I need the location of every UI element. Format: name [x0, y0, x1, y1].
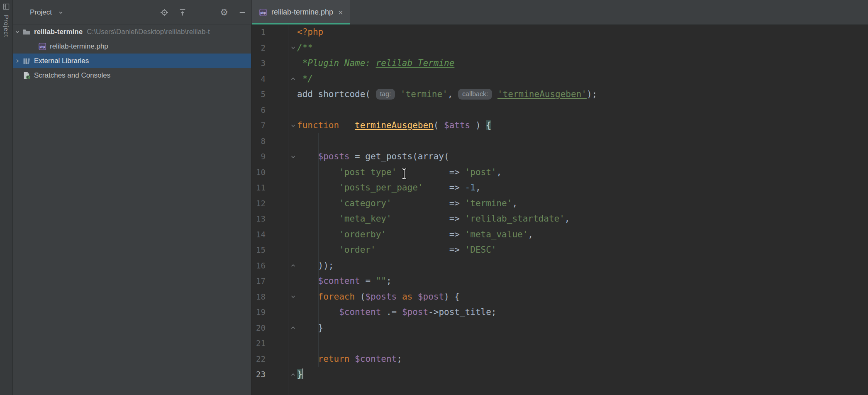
tree-item-label: relilab-termine: [34, 28, 83, 36]
code-line-13[interactable]: 'meta_key' => 'relilab_startdate',: [297, 211, 868, 227]
chevron-down-icon[interactable]: [13, 28, 22, 36]
code-segment: "": [376, 276, 386, 286]
tree-row-relilab-termine-php[interactable]: phprelilab-termine.php: [12, 39, 251, 54]
fold-marker-icon[interactable]: [290, 45, 296, 51]
code-line-19[interactable]: $content .= $post->post_title;: [297, 305, 868, 320]
code-segment: }: [297, 323, 323, 333]
code-segment: -1: [465, 183, 475, 193]
code-segment: <?php: [297, 27, 323, 37]
code-segment: function: [297, 120, 339, 130]
code-line-3[interactable]: *Plugin Name: relilab Termine: [297, 56, 868, 71]
code-segment: ;: [397, 354, 402, 364]
code-line-20[interactable]: }: [297, 320, 868, 336]
code-segment: termineAusgeben: [355, 120, 434, 130]
fold-marker-icon[interactable]: [290, 154, 296, 160]
fold-marker-icon[interactable]: [290, 263, 296, 269]
hide-panel-icon[interactable]: [238, 8, 247, 17]
code-segment: =>: [392, 214, 465, 224]
gutter-row-17: 17: [251, 273, 297, 289]
code-line-8[interactable]: [297, 134, 868, 149]
settings-gear-icon[interactable]: ⚙: [219, 8, 229, 17]
fold-marker-icon[interactable]: [290, 122, 296, 129]
code-segment: $post: [418, 292, 444, 302]
gutter-row-6: 6: [251, 102, 297, 118]
code-line-16[interactable]: ));: [297, 258, 868, 274]
code-line-9[interactable]: $posts = get_posts(array(: [297, 149, 868, 165]
svg-text:php: php: [260, 11, 266, 15]
code-line-6[interactable]: [297, 102, 868, 118]
code-segment: ->post_title;: [428, 307, 496, 317]
libraries-icon: [22, 57, 31, 65]
code-segment: /**: [297, 43, 313, 53]
code-line-17[interactable]: $content = "";: [297, 273, 868, 289]
project-stripe-button[interactable]: Project: [3, 15, 10, 37]
fold-marker-icon[interactable]: [290, 294, 296, 300]
code-segment: [349, 354, 355, 364]
code-segment: relilab Termine: [376, 58, 455, 68]
collapse-all-icon[interactable]: [178, 8, 187, 17]
line-number: 19: [251, 305, 266, 320]
close-tab-icon[interactable]: ×: [338, 8, 343, 17]
gutter-row-22: 22: [251, 351, 297, 367]
code-line-11[interactable]: 'posts_per_page' => -1,: [297, 180, 868, 196]
fold-marker-icon[interactable]: [290, 76, 296, 82]
line-number: 14: [251, 227, 266, 243]
code-line-7[interactable]: function termineAusgeben( $atts ) {: [297, 118, 868, 134]
chevron-right-icon[interactable]: [13, 57, 22, 65]
code-segment: );: [587, 89, 597, 99]
tree-row-external-libraries[interactable]: External Libraries: [12, 54, 251, 68]
php-icon: php: [38, 42, 46, 51]
chevron-spacer: [29, 42, 37, 51]
fold-marker-icon[interactable]: [290, 325, 296, 331]
code-line-4[interactable]: */: [297, 71, 868, 87]
code-line-14[interactable]: 'orderby' => 'meta_value',: [297, 227, 868, 243]
code-segment: $posts: [365, 292, 397, 302]
code-line-2[interactable]: /**: [297, 40, 868, 56]
project-panel-title[interactable]: Project: [30, 0, 52, 24]
gutter-row-9: 9: [251, 149, 297, 165]
code-segment: 'meta_value': [465, 229, 528, 239]
code-line-18[interactable]: foreach ($posts as $post) {: [297, 289, 868, 305]
tree-row-scratches-and-consoles[interactable]: Scratches and Consoles: [12, 68, 251, 83]
gutter-row-19: 19: [251, 305, 297, 320]
code-segment: [297, 151, 318, 161]
tree-row-relilab-termine[interactable]: relilab-termineC:\Users\Daniel\Desktop\r…: [12, 24, 251, 39]
code-segment: ) {: [444, 292, 460, 302]
line-number: 9: [251, 149, 266, 165]
fold-marker-icon[interactable]: [290, 371, 296, 378]
editor-tab-bar: php relilab-termine.php ×: [251, 0, 868, 25]
code-line-22[interactable]: return $content;: [297, 351, 868, 367]
code-editor[interactable]: 1234567891011121314151617181920212223 <?…: [251, 24, 868, 395]
editor-tab-relilab-termine-php[interactable]: php relilab-termine.php ×: [252, 0, 350, 24]
code-segment: = get_posts(array(: [349, 151, 449, 161]
code-line-12[interactable]: 'category' => 'termine',: [297, 196, 868, 212]
code-segment: 'termine': [400, 89, 448, 99]
line-number: 1: [251, 24, 266, 40]
code-segment: $posts: [318, 151, 350, 161]
tree-item-label: Scratches and Consoles: [34, 71, 110, 80]
code-line-10[interactable]: 'post_type' => 'post',: [297, 165, 868, 180]
locate-icon[interactable]: [160, 8, 169, 17]
project-tree: relilab-termineC:\Users\Daniel\Desktop\r…: [12, 24, 251, 395]
chevron-down-icon[interactable]: [58, 10, 63, 17]
code-segment: 'post_type': [339, 167, 397, 177]
code-segment: [395, 89, 400, 99]
code-line-15[interactable]: 'order' => 'DESC': [297, 242, 868, 258]
line-number: 20: [251, 320, 266, 336]
line-number: 16: [251, 258, 266, 274]
line-number: 10: [251, 165, 266, 180]
line-number: 6: [251, 102, 266, 118]
code-segment: ,: [565, 214, 570, 224]
code-text-area[interactable]: <?php/** *Plugin Name: relilab Termine *…: [297, 24, 868, 395]
code-line-21[interactable]: [297, 336, 868, 351]
gutter-row-5: 5: [251, 87, 297, 102]
gutter-row-21: 21: [251, 336, 297, 351]
line-number: 15: [251, 242, 266, 258]
code-segment: [412, 292, 418, 302]
code-segment: 'category': [339, 198, 391, 208]
code-line-23[interactable]: }: [297, 367, 868, 383]
toolwindow-layout-icon[interactable]: [3, 3, 10, 12]
line-number: 21: [251, 336, 266, 351]
code-line-1[interactable]: <?php: [297, 24, 868, 40]
code-line-5[interactable]: add_shortcode( tag: 'termine', callback:…: [297, 87, 868, 102]
